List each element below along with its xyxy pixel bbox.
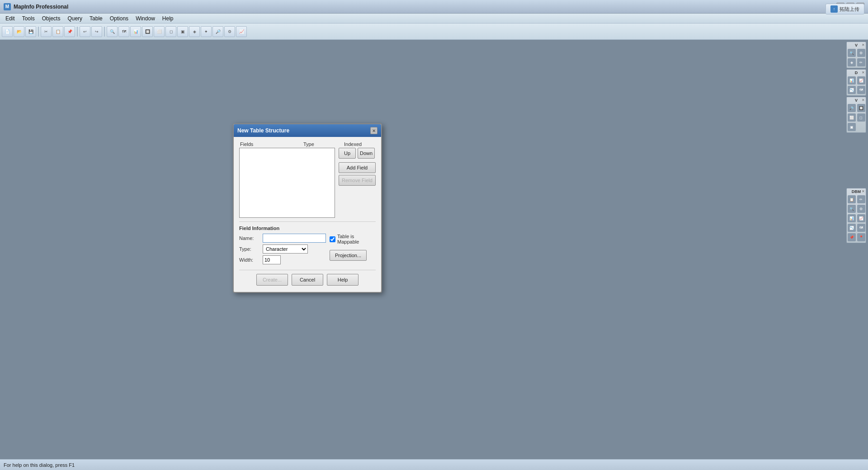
- panel-dbm-icon-7[interactable]: 📉: [848, 224, 856, 232]
- toolbar-btn-15[interactable]: ▣: [177, 26, 188, 37]
- toolbar-btn-6[interactable]: 📌: [64, 26, 75, 37]
- panel-dbm-close[interactable]: ✕: [861, 189, 865, 193]
- menu-options[interactable]: Options: [106, 14, 132, 23]
- toolbar-sep-1: [38, 27, 39, 37]
- fields-list[interactable]: [239, 148, 335, 218]
- toolbar-btn-4[interactable]: ✂: [41, 26, 52, 37]
- panel-1-icon-3[interactable]: ◈: [848, 58, 856, 66]
- panel-3-icon-3[interactable]: ⬜: [848, 113, 856, 122]
- panel-3-icon-5[interactable]: ▣: [848, 123, 856, 131]
- panel-3-icon-1[interactable]: 🔎: [848, 104, 856, 112]
- dialog-body: Fields Type Indexed Up Down Add Field Re…: [234, 137, 381, 292]
- panel-3-close[interactable]: ✕: [861, 98, 865, 102]
- toolbar-btn-1[interactable]: 📄: [2, 26, 13, 37]
- panel-1-title: V: [855, 43, 858, 47]
- panel-widget-2: ✕ D 📊 📈 📉 🗺: [846, 69, 866, 96]
- add-field-button[interactable]: Add Field: [339, 162, 376, 173]
- panel-dbm-icon-5[interactable]: 📊: [848, 214, 856, 222]
- cancel-button[interactable]: Cancel: [292, 274, 323, 286]
- panel-dbm-title: DBM: [852, 189, 861, 194]
- panel-dbm-icon-4[interactable]: ⚙: [857, 205, 865, 213]
- width-label: Width:: [239, 257, 263, 263]
- panel-2-icon-3[interactable]: 📉: [848, 86, 856, 94]
- panel-3-icon-2[interactable]: 🔲: [857, 104, 865, 112]
- panel-2-close[interactable]: ✕: [861, 70, 865, 75]
- panel-dbm-icon-8[interactable]: 🗺: [857, 224, 865, 232]
- menu-help[interactable]: Help: [159, 14, 177, 23]
- toolbar-btn-9[interactable]: 🔍: [107, 26, 118, 37]
- dialog-close-button[interactable]: ✕: [370, 127, 377, 134]
- panel-dbm-icon-3[interactable]: 🔍: [848, 205, 856, 213]
- table-mappable-checkbox[interactable]: [330, 236, 335, 242]
- main-area: ✕ V 🔍 ⚙ ◈ ✏ ✕ D 📊 📈 📉 🗺 ✕ V: [0, 40, 868, 459]
- width-row: Width:: [239, 255, 326, 264]
- menu-edit[interactable]: Edit: [2, 14, 19, 23]
- toolbar-btn-3[interactable]: 💾: [25, 26, 36, 37]
- toolbar-btn-17[interactable]: ✦: [201, 26, 212, 37]
- toolbar-btn-13[interactable]: ⬜: [154, 26, 165, 37]
- upload-icon: ↑: [830, 5, 838, 13]
- menu-table[interactable]: Table: [86, 14, 106, 23]
- toolbar-btn-16[interactable]: ◈: [189, 26, 200, 37]
- toolbar-btn-2[interactable]: 📂: [14, 26, 24, 37]
- panel-dbm-icon-6[interactable]: 📈: [857, 214, 865, 222]
- dialog-title: New Table Structure: [237, 127, 289, 134]
- fields-buttons: Up Down Add Field Remove Field: [339, 148, 376, 218]
- panel-1-icon-4[interactable]: ✏: [857, 58, 865, 66]
- panel-1-icon-2[interactable]: ⚙: [857, 49, 865, 57]
- up-button[interactable]: Up: [339, 148, 356, 159]
- panel-dbm-icon-1[interactable]: 📋: [848, 195, 856, 203]
- panel-dbm-icon-9[interactable]: 📌: [848, 233, 856, 241]
- panel-widget-dbm: ✕ DBM 📋 ✏ 🔍 ⚙ 📊 📈 📉 🗺 📌 📍: [846, 188, 866, 243]
- upload-label: 拓陆上传: [840, 6, 859, 13]
- toolbar-sep-3: [104, 27, 105, 37]
- toolbar-btn-12[interactable]: 🔲: [142, 26, 153, 37]
- panel-dbm-icon-2[interactable]: ✏: [857, 195, 865, 203]
- panel-2-title: D: [855, 70, 858, 75]
- menu-query[interactable]: Query: [64, 14, 86, 23]
- panel-2-icon-1[interactable]: 📊: [848, 76, 856, 85]
- type-row: Type: Character Integer SmallInt Float D…: [239, 244, 326, 254]
- toolbar-btn-20[interactable]: 📈: [236, 26, 247, 37]
- panel-3-icon-4[interactable]: ◻: [857, 113, 865, 122]
- toolbar-btn-7[interactable]: ↩: [80, 26, 90, 37]
- field-info-right: Table is Mappable Projection...: [330, 234, 376, 266]
- title-bar: M MapInfo Professional ─ □ ✕ ↑ 拓陆上传: [0, 0, 868, 14]
- width-input[interactable]: [263, 255, 281, 264]
- create-button[interactable]: Create...: [256, 274, 288, 286]
- panel-2-icons: 📊 📈 📉 🗺: [847, 76, 866, 94]
- type-select[interactable]: Character Integer SmallInt Float Decimal…: [263, 244, 308, 254]
- toolbar-btn-10[interactable]: 🗺: [118, 26, 129, 37]
- menu-bar: Edit Tools Objects Query Table Options W…: [0, 14, 868, 24]
- down-button[interactable]: Down: [358, 148, 375, 159]
- toolbar-btn-5[interactable]: 📋: [52, 26, 63, 37]
- panel-1-close[interactable]: ✕: [861, 42, 865, 47]
- upload-button[interactable]: ↑ 拓陆上传: [826, 4, 864, 14]
- toolbar-btn-11[interactable]: 📊: [130, 26, 141, 37]
- indexed-col-header: Indexed: [344, 141, 371, 147]
- toolbar-btn-18[interactable]: 🔎: [212, 26, 223, 37]
- fields-header: Fields Type Indexed: [239, 141, 376, 147]
- panel-1-icons: 🔍 ⚙ ◈ ✏: [847, 48, 866, 67]
- panel-dbm-icon-10[interactable]: 📍: [857, 233, 865, 241]
- status-bar: For help on this dialog, press F1: [0, 459, 868, 470]
- mappable-row: Table is Mappable: [330, 234, 376, 244]
- menu-tools[interactable]: Tools: [19, 14, 38, 23]
- menu-objects[interactable]: Objects: [38, 14, 64, 23]
- table-mappable-label: Table is Mappable: [337, 234, 376, 244]
- panel-1-icon-1[interactable]: 🔍: [848, 49, 856, 57]
- menu-window[interactable]: Window: [132, 14, 159, 23]
- toolbar-btn-19[interactable]: ⚙: [224, 26, 235, 37]
- dialog-new-table-structure: New Table Structure ✕ Fields Type Indexe…: [233, 123, 382, 293]
- panel-2-icon-4[interactable]: 🗺: [857, 86, 865, 94]
- panel-2-icon-2[interactable]: 📈: [857, 76, 865, 85]
- toolbar-btn-8[interactable]: ↪: [91, 26, 102, 37]
- remove-field-button[interactable]: Remove Field: [339, 175, 376, 186]
- app-icon: M: [4, 3, 11, 10]
- name-input[interactable]: [263, 234, 326, 243]
- projection-button[interactable]: Projection...: [330, 250, 367, 261]
- field-information-label: Field Information: [239, 226, 376, 231]
- panel-3-title: V: [855, 98, 858, 103]
- toolbar-btn-14[interactable]: ◻: [165, 26, 176, 37]
- help-button[interactable]: Help: [327, 274, 359, 286]
